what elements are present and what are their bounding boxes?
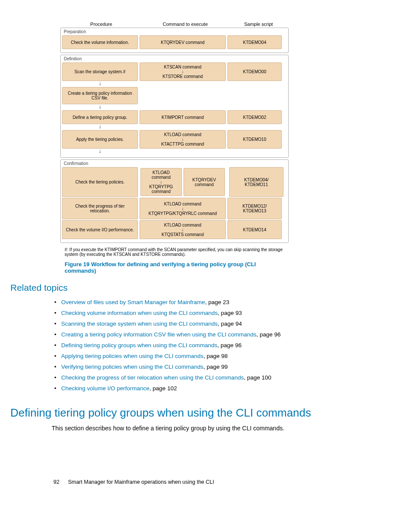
arrow-down-icon: ↓: [160, 180, 162, 184]
sample-box: KTDEMO10: [227, 130, 282, 149]
related-topic-link[interactable]: Checking the progress of tier relocation…: [61, 374, 244, 381]
related-topic-page: , page 23: [205, 299, 229, 305]
related-topic-item: Checking the progress of tier relocation…: [61, 373, 385, 383]
proc-box: Create a tiering policy information CSV …: [62, 87, 138, 104]
related-topic-link[interactable]: Defining tiering policy groups when usin…: [61, 342, 217, 348]
related-topic-page: , page 93: [218, 310, 242, 316]
sample-box: KTDEMO12/ KTDEMO13: [227, 198, 282, 219]
page-footer: 92 Smart Manager for Mainframe operation…: [22, 479, 385, 485]
related-topic-page: , page 99: [203, 364, 227, 370]
related-topic-link[interactable]: Overview of files used by Smart Manager …: [61, 299, 205, 305]
related-topic-page: , page 100: [244, 374, 271, 381]
sample-box: KTDEMO00: [227, 62, 282, 81]
related-topics-list: Overview of files used by Smart Manager …: [52, 297, 385, 394]
proc-box: Check the volume information.: [62, 35, 138, 49]
related-topic-item: Creating a tiering policy information CS…: [61, 330, 385, 340]
related-topic-page: , page 98: [203, 353, 227, 359]
sample-box: KTDEMO04/ KTDEMO11: [229, 167, 283, 197]
cmd-text: KTQSTATS command: [162, 232, 204, 237]
arrow-down-icon: ↓: [182, 137, 184, 141]
related-topic-page: , page 102: [149, 385, 177, 392]
related-topic-page: , page 96: [217, 342, 241, 348]
related-topic-link[interactable]: Verifying tiering policies when using th…: [61, 364, 203, 370]
cmd-text: KTLOAD command: [143, 170, 179, 180]
workflow-diagram: Procedure Command to execute Sample scri…: [60, 22, 289, 274]
cmd-box: KTQRYDEV command: [184, 168, 225, 196]
col-header-sample: Sample script: [228, 22, 289, 27]
related-topic-item: Verifying tiering policies when using th…: [61, 362, 385, 373]
proc-box: Check the volume I/O performance.: [62, 220, 138, 239]
arrow-down-icon: ↓: [62, 81, 138, 86]
sample-box: KTDEMO04: [227, 35, 282, 49]
arrow-down-icon: ↓: [182, 207, 184, 211]
footer-title: Smart Manager for Mainframe operations w…: [68, 479, 214, 485]
arrow-down-icon: ↓: [62, 149, 138, 154]
related-topic-item: Checking volume information when using t…: [61, 308, 385, 319]
related-topic-item: Applying tiering policies when using the…: [61, 351, 385, 362]
related-topics-heading: Related topics: [10, 283, 385, 293]
cmd-text: KTSCAN command: [164, 65, 201, 69]
related-topic-link[interactable]: Scanning the storage system when using t…: [61, 320, 218, 327]
cmd-box: KTLOAD command ↓ KTQRYTPG/KTQRYRLC comma…: [140, 198, 226, 219]
section-label: Preparation: [64, 29, 287, 34]
cmd-text: KTLOAD command: [164, 202, 202, 206]
col-header-procedure: Procedure: [60, 22, 142, 27]
figure-caption: Figure 19 Workflow for defining and veri…: [65, 261, 289, 274]
arrow-down-icon: ↓: [62, 104, 138, 109]
col-header-command: Command to execute: [142, 22, 228, 27]
proc-box: Scan the storage system.#: [62, 62, 138, 81]
cmd-box: KTLOAD command ↓ KTACTTPG command: [140, 130, 226, 149]
definition-section: Definition Scan the storage system.# KTS…: [60, 55, 289, 158]
preparation-section: Preparation Check the volume information…: [60, 28, 289, 53]
section-label: Definition: [64, 56, 287, 61]
related-topic-item: Checking volume I/O performance, page 10…: [61, 383, 385, 394]
cmd-text: KTQRYTPG/KTQRYRLC command: [149, 211, 217, 216]
arrow-down-icon: ↓: [62, 124, 138, 129]
cmd-text: KTQRYTPG command: [143, 184, 179, 194]
cmd-text: KTSTORE command: [162, 74, 203, 79]
related-topic-item: Defining tiering policy groups when usin…: [61, 340, 385, 351]
related-topic-link[interactable]: Checking volume I/O performance: [61, 385, 149, 392]
diagram-footnote: #: If you execute the KTIMPORT command w…: [65, 247, 289, 257]
cmd-box: KTSCAN command ↓ KTSTORE command: [140, 62, 226, 81]
section-paragraph: This section describes how to define a t…: [52, 425, 385, 432]
confirmation-section: Confirmation Check the tiering policies.…: [60, 159, 289, 243]
related-topic-link[interactable]: Applying tiering policies when using the…: [61, 353, 203, 359]
proc-box: Define a tiering policy group.: [62, 110, 138, 124]
page-number: 92: [53, 479, 59, 485]
cmd-text: KTACTTPG command: [161, 142, 204, 146]
cmd-text: KTLOAD command: [164, 223, 202, 227]
cmd-text: KTLOAD command: [164, 132, 202, 137]
related-topic-link[interactable]: Creating a tiering policy information CS…: [61, 331, 256, 338]
related-topic-item: Scanning the storage system when using t…: [61, 319, 385, 330]
cmd-group: KTLOAD command ↓ KTQRYTPG command KTQRYD…: [140, 167, 227, 197]
sample-box: KTDEMO14: [227, 220, 282, 239]
proc-box: Check the progress of tier relocation.: [62, 198, 138, 219]
cmd-box: KTQRYDEV command: [140, 35, 226, 49]
arrow-down-icon: ↓: [182, 70, 184, 74]
related-topic-link[interactable]: Checking volume information when using t…: [61, 310, 218, 316]
sample-box: KTDEMO02: [227, 110, 282, 124]
cmd-box: KTIMPORT command: [140, 110, 226, 124]
section-heading: Defining tiering policy groups when usin…: [10, 406, 385, 420]
proc-box: Check the tiering policies.: [62, 167, 138, 197]
arrow-down-icon: ↓: [182, 228, 184, 232]
related-topic-page: , page 96: [256, 331, 280, 338]
related-topic-page: , page 94: [218, 320, 242, 327]
section-label: Confirmation: [64, 161, 287, 166]
cmd-box: KTLOAD command ↓ KTQSTATS command: [140, 220, 226, 239]
related-topic-item: Overview of files used by Smart Manager …: [61, 297, 385, 308]
proc-box: Apply the tiering policies.: [62, 130, 138, 149]
cmd-box: KTLOAD command ↓ KTQRYTPG command: [140, 168, 182, 196]
